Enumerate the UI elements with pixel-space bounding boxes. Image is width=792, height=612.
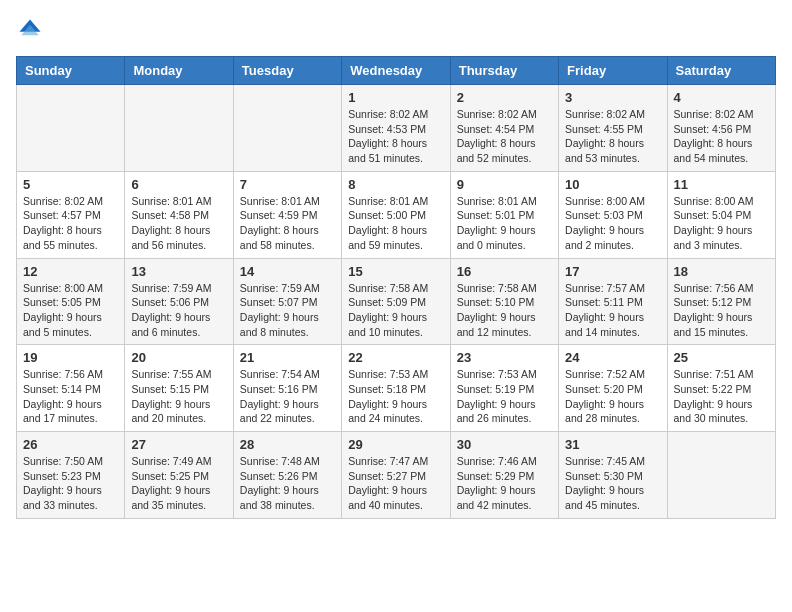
- calendar-day-29: 29Sunrise: 7:47 AM Sunset: 5:27 PM Dayli…: [342, 432, 450, 519]
- day-content: Sunrise: 7:53 AM Sunset: 5:18 PM Dayligh…: [348, 367, 443, 426]
- day-number: 11: [674, 177, 769, 192]
- calendar-day-20: 20Sunrise: 7:55 AM Sunset: 5:15 PM Dayli…: [125, 345, 233, 432]
- page-header: [16, 16, 776, 44]
- day-content: Sunrise: 8:00 AM Sunset: 5:05 PM Dayligh…: [23, 281, 118, 340]
- calendar-day-25: 25Sunrise: 7:51 AM Sunset: 5:22 PM Dayli…: [667, 345, 775, 432]
- calendar-day-11: 11Sunrise: 8:00 AM Sunset: 5:04 PM Dayli…: [667, 171, 775, 258]
- empty-cell: [667, 432, 775, 519]
- day-content: Sunrise: 8:01 AM Sunset: 5:00 PM Dayligh…: [348, 194, 443, 253]
- day-number: 29: [348, 437, 443, 452]
- day-content: Sunrise: 8:01 AM Sunset: 5:01 PM Dayligh…: [457, 194, 552, 253]
- day-content: Sunrise: 7:55 AM Sunset: 5:15 PM Dayligh…: [131, 367, 226, 426]
- day-content: Sunrise: 7:49 AM Sunset: 5:25 PM Dayligh…: [131, 454, 226, 513]
- day-content: Sunrise: 7:56 AM Sunset: 5:14 PM Dayligh…: [23, 367, 118, 426]
- day-content: Sunrise: 7:58 AM Sunset: 5:09 PM Dayligh…: [348, 281, 443, 340]
- calendar-day-22: 22Sunrise: 7:53 AM Sunset: 5:18 PM Dayli…: [342, 345, 450, 432]
- calendar-day-12: 12Sunrise: 8:00 AM Sunset: 5:05 PM Dayli…: [17, 258, 125, 345]
- day-content: Sunrise: 7:51 AM Sunset: 5:22 PM Dayligh…: [674, 367, 769, 426]
- calendar-day-1: 1Sunrise: 8:02 AM Sunset: 4:53 PM Daylig…: [342, 85, 450, 172]
- day-content: Sunrise: 7:57 AM Sunset: 5:11 PM Dayligh…: [565, 281, 660, 340]
- calendar-day-31: 31Sunrise: 7:45 AM Sunset: 5:30 PM Dayli…: [559, 432, 667, 519]
- calendar-day-28: 28Sunrise: 7:48 AM Sunset: 5:26 PM Dayli…: [233, 432, 341, 519]
- day-number: 10: [565, 177, 660, 192]
- day-content: Sunrise: 7:52 AM Sunset: 5:20 PM Dayligh…: [565, 367, 660, 426]
- day-number: 20: [131, 350, 226, 365]
- calendar-day-14: 14Sunrise: 7:59 AM Sunset: 5:07 PM Dayli…: [233, 258, 341, 345]
- day-number: 26: [23, 437, 118, 452]
- day-content: Sunrise: 7:58 AM Sunset: 5:10 PM Dayligh…: [457, 281, 552, 340]
- calendar-day-10: 10Sunrise: 8:00 AM Sunset: 5:03 PM Dayli…: [559, 171, 667, 258]
- calendar-week-4: 19Sunrise: 7:56 AM Sunset: 5:14 PM Dayli…: [17, 345, 776, 432]
- calendar-day-26: 26Sunrise: 7:50 AM Sunset: 5:23 PM Dayli…: [17, 432, 125, 519]
- col-header-monday: Monday: [125, 57, 233, 85]
- calendar-day-19: 19Sunrise: 7:56 AM Sunset: 5:14 PM Dayli…: [17, 345, 125, 432]
- day-number: 6: [131, 177, 226, 192]
- day-number: 17: [565, 264, 660, 279]
- col-header-friday: Friday: [559, 57, 667, 85]
- calendar-day-18: 18Sunrise: 7:56 AM Sunset: 5:12 PM Dayli…: [667, 258, 775, 345]
- day-content: Sunrise: 7:56 AM Sunset: 5:12 PM Dayligh…: [674, 281, 769, 340]
- day-content: Sunrise: 7:47 AM Sunset: 5:27 PM Dayligh…: [348, 454, 443, 513]
- calendar-week-3: 12Sunrise: 8:00 AM Sunset: 5:05 PM Dayli…: [17, 258, 776, 345]
- day-number: 1: [348, 90, 443, 105]
- calendar-day-2: 2Sunrise: 8:02 AM Sunset: 4:54 PM Daylig…: [450, 85, 558, 172]
- calendar-day-21: 21Sunrise: 7:54 AM Sunset: 5:16 PM Dayli…: [233, 345, 341, 432]
- day-number: 7: [240, 177, 335, 192]
- day-content: Sunrise: 8:02 AM Sunset: 4:56 PM Dayligh…: [674, 107, 769, 166]
- day-number: 27: [131, 437, 226, 452]
- day-number: 13: [131, 264, 226, 279]
- day-number: 8: [348, 177, 443, 192]
- day-number: 9: [457, 177, 552, 192]
- day-number: 28: [240, 437, 335, 452]
- calendar-day-27: 27Sunrise: 7:49 AM Sunset: 5:25 PM Dayli…: [125, 432, 233, 519]
- col-header-wednesday: Wednesday: [342, 57, 450, 85]
- empty-cell: [17, 85, 125, 172]
- day-number: 5: [23, 177, 118, 192]
- empty-cell: [125, 85, 233, 172]
- day-content: Sunrise: 8:02 AM Sunset: 4:53 PM Dayligh…: [348, 107, 443, 166]
- day-content: Sunrise: 7:54 AM Sunset: 5:16 PM Dayligh…: [240, 367, 335, 426]
- calendar-day-5: 5Sunrise: 8:02 AM Sunset: 4:57 PM Daylig…: [17, 171, 125, 258]
- calendar-day-3: 3Sunrise: 8:02 AM Sunset: 4:55 PM Daylig…: [559, 85, 667, 172]
- day-number: 18: [674, 264, 769, 279]
- calendar-day-6: 6Sunrise: 8:01 AM Sunset: 4:58 PM Daylig…: [125, 171, 233, 258]
- calendar-day-4: 4Sunrise: 8:02 AM Sunset: 4:56 PM Daylig…: [667, 85, 775, 172]
- calendar-day-30: 30Sunrise: 7:46 AM Sunset: 5:29 PM Dayli…: [450, 432, 558, 519]
- calendar-day-16: 16Sunrise: 7:58 AM Sunset: 5:10 PM Dayli…: [450, 258, 558, 345]
- day-number: 12: [23, 264, 118, 279]
- calendar-day-17: 17Sunrise: 7:57 AM Sunset: 5:11 PM Dayli…: [559, 258, 667, 345]
- day-content: Sunrise: 8:00 AM Sunset: 5:03 PM Dayligh…: [565, 194, 660, 253]
- day-content: Sunrise: 7:48 AM Sunset: 5:26 PM Dayligh…: [240, 454, 335, 513]
- day-number: 31: [565, 437, 660, 452]
- calendar-week-2: 5Sunrise: 8:02 AM Sunset: 4:57 PM Daylig…: [17, 171, 776, 258]
- calendar-day-8: 8Sunrise: 8:01 AM Sunset: 5:00 PM Daylig…: [342, 171, 450, 258]
- day-content: Sunrise: 8:01 AM Sunset: 4:58 PM Dayligh…: [131, 194, 226, 253]
- col-header-sunday: Sunday: [17, 57, 125, 85]
- calendar-day-7: 7Sunrise: 8:01 AM Sunset: 4:59 PM Daylig…: [233, 171, 341, 258]
- day-number: 25: [674, 350, 769, 365]
- day-number: 2: [457, 90, 552, 105]
- col-header-thursday: Thursday: [450, 57, 558, 85]
- day-number: 24: [565, 350, 660, 365]
- calendar-week-1: 1Sunrise: 8:02 AM Sunset: 4:53 PM Daylig…: [17, 85, 776, 172]
- day-content: Sunrise: 8:02 AM Sunset: 4:57 PM Dayligh…: [23, 194, 118, 253]
- calendar-week-5: 26Sunrise: 7:50 AM Sunset: 5:23 PM Dayli…: [17, 432, 776, 519]
- calendar-day-24: 24Sunrise: 7:52 AM Sunset: 5:20 PM Dayli…: [559, 345, 667, 432]
- calendar-table: SundayMondayTuesdayWednesdayThursdayFrid…: [16, 56, 776, 519]
- day-content: Sunrise: 8:01 AM Sunset: 4:59 PM Dayligh…: [240, 194, 335, 253]
- day-number: 14: [240, 264, 335, 279]
- day-content: Sunrise: 7:59 AM Sunset: 5:06 PM Dayligh…: [131, 281, 226, 340]
- col-header-saturday: Saturday: [667, 57, 775, 85]
- day-number: 21: [240, 350, 335, 365]
- day-content: Sunrise: 7:45 AM Sunset: 5:30 PM Dayligh…: [565, 454, 660, 513]
- calendar-day-15: 15Sunrise: 7:58 AM Sunset: 5:09 PM Dayli…: [342, 258, 450, 345]
- day-number: 23: [457, 350, 552, 365]
- calendar-header-row: SundayMondayTuesdayWednesdayThursdayFrid…: [17, 57, 776, 85]
- day-content: Sunrise: 7:53 AM Sunset: 5:19 PM Dayligh…: [457, 367, 552, 426]
- day-content: Sunrise: 8:02 AM Sunset: 4:54 PM Dayligh…: [457, 107, 552, 166]
- day-content: Sunrise: 7:59 AM Sunset: 5:07 PM Dayligh…: [240, 281, 335, 340]
- day-content: Sunrise: 7:46 AM Sunset: 5:29 PM Dayligh…: [457, 454, 552, 513]
- empty-cell: [233, 85, 341, 172]
- logo-icon: [16, 16, 44, 44]
- day-number: 30: [457, 437, 552, 452]
